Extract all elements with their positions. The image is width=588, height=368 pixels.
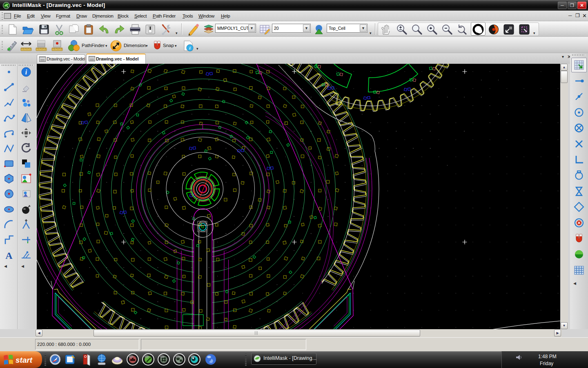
svg-text:start: start	[16, 356, 33, 364]
svg-text:A: A	[5, 250, 13, 261]
svg-text:i: i	[25, 69, 27, 76]
